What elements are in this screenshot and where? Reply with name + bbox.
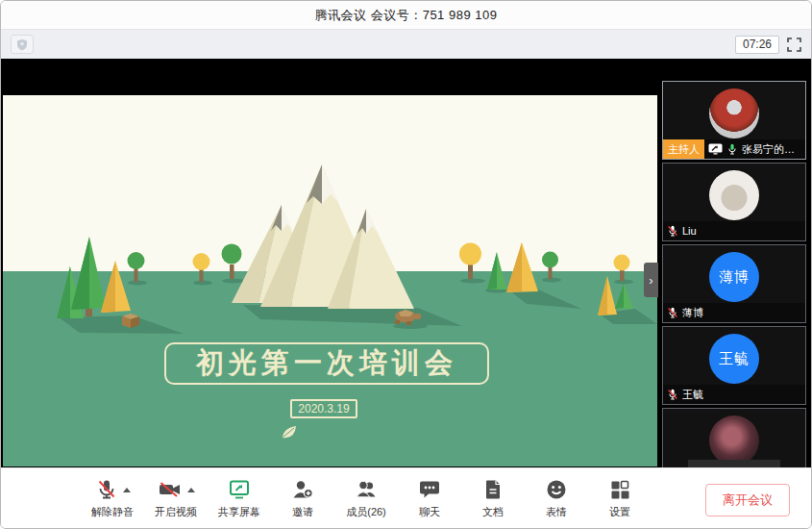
meeting-status-bar: 07:26 bbox=[1, 30, 811, 59]
tencent-meeting-window: 腾讯会议 会议号：751 989 109 07:26 bbox=[0, 0, 812, 529]
participant-name: 薄博 bbox=[682, 306, 703, 320]
video-options-caret[interactable] bbox=[187, 488, 195, 492]
host-badge: 主持人 bbox=[663, 139, 704, 159]
share-screen-icon bbox=[227, 478, 252, 501]
participants-sidebar: 主持人 张易宁的屏幕... Liu bbox=[657, 59, 811, 469]
slide-title-frame: 初光第一次培训会 bbox=[164, 342, 489, 385]
leave-meeting-button[interactable]: 离开会议 bbox=[705, 484, 790, 516]
meeting-security-button[interactable] bbox=[11, 35, 34, 54]
share-screen-button[interactable]: 共享屏幕 bbox=[210, 477, 268, 519]
slide-date: 2020.3.19 bbox=[290, 399, 357, 418]
chat-bubble-icon bbox=[418, 478, 441, 501]
mic-muted-icon bbox=[667, 225, 678, 237]
shield-icon bbox=[16, 38, 28, 51]
participant-label-bar: 薄博 bbox=[663, 303, 805, 322]
avatar bbox=[709, 88, 759, 139]
meeting-title: 腾讯会议 会议号：751 989 109 bbox=[315, 7, 498, 24]
smiley-icon bbox=[545, 478, 568, 501]
docs-button[interactable]: 文档 bbox=[464, 477, 522, 519]
participant-name: 张易宁的屏幕... bbox=[742, 142, 801, 157]
unmute-button[interactable]: 解除静音 bbox=[84, 477, 141, 519]
avatar bbox=[709, 416, 759, 466]
fullscreen-icon[interactable] bbox=[787, 38, 801, 52]
meeting-toolbar: 解除静音 开启视频 共享屏幕 bbox=[1, 467, 811, 528]
mic-muted-icon bbox=[667, 307, 678, 318]
members-icon bbox=[354, 478, 379, 501]
avatar: 薄博 bbox=[709, 252, 759, 302]
members-button[interactable]: 成员(26) bbox=[337, 477, 395, 519]
meeting-timer: 07:26 bbox=[735, 36, 779, 54]
settings-button[interactable]: 设置 bbox=[591, 477, 649, 519]
mic-muted-icon bbox=[667, 389, 678, 400]
participant-tile[interactable]: 王毓 王毓 bbox=[662, 326, 806, 405]
start-video-button[interactable]: 开启视频 bbox=[147, 477, 205, 519]
invite-person-icon bbox=[291, 478, 314, 501]
settings-grid-icon bbox=[608, 478, 631, 501]
participant-tile[interactable]: Liu bbox=[662, 163, 806, 241]
avatar: 王毓 bbox=[709, 334, 759, 384]
participant-name: 王毓 bbox=[682, 388, 703, 402]
chevron-right-icon: › bbox=[649, 273, 652, 288]
participant-label-bar: Liu bbox=[663, 221, 805, 240]
camera-muted-icon bbox=[158, 478, 183, 501]
participant-label-bar: 主持人 张易宁的屏幕... bbox=[663, 139, 805, 159]
participant-tile-host[interactable]: 主持人 张易宁的屏幕... bbox=[662, 81, 806, 160]
shared-screen-area: 初光第一次培训会 2020.3.19 › 主持人 bbox=[1, 59, 811, 469]
participant-tile[interactable]: 薄博 薄博 bbox=[662, 244, 806, 323]
participant-label-bar: 王毓 bbox=[663, 385, 805, 404]
emoji-button[interactable]: 表情 bbox=[528, 477, 585, 519]
sidebar-collapse-tab[interactable]: › bbox=[644, 263, 658, 297]
document-icon bbox=[481, 478, 504, 501]
mic-on-icon bbox=[726, 143, 738, 155]
participant-tile[interactable] bbox=[662, 408, 806, 469]
invite-button[interactable]: 邀请 bbox=[274, 477, 332, 519]
screen-sharing-icon bbox=[708, 143, 723, 155]
leaf-icon bbox=[280, 424, 299, 444]
avatar bbox=[709, 170, 759, 220]
mic-options-caret[interactable] bbox=[123, 488, 131, 492]
chat-button[interactable]: 聊天 bbox=[401, 477, 458, 519]
shared-slide: 初光第一次培训会 2020.3.19 bbox=[3, 95, 659, 466]
window-title-bar: 腾讯会议 会议号：751 989 109 bbox=[1, 1, 811, 30]
participant-name: Liu bbox=[682, 225, 697, 237]
mic-muted-icon bbox=[95, 478, 118, 501]
slide-title: 初光第一次培训会 bbox=[196, 344, 457, 383]
